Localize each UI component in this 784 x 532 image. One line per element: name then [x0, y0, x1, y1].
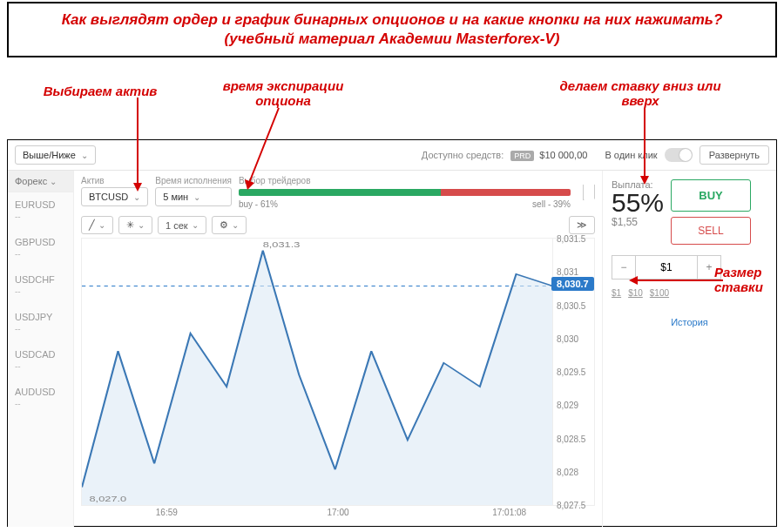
symbol-eurusd[interactable]: EURUSD — [8, 192, 73, 212]
asset-select[interactable]: BTCUSD⌄ — [81, 187, 148, 206]
buy-pct: buy - 61% — [239, 199, 278, 209]
mode-label: Выше/Ниже — [23, 150, 76, 160]
chart-area: Актив BTCUSD⌄ Время исполнения 5 мин⌄ Вы… — [74, 171, 602, 527]
chart-toolbar: ╱ ⌄ ✳ ⌄ 1 сек ⌄ ⚙ ⌄ ≫ — [81, 216, 595, 234]
trading-panel: Выше/Ниже ⌄ Доступно средств: PRD $10 00… — [7, 139, 777, 527]
anno-expiry: время экспирации опциона — [200, 78, 366, 108]
bet-decrease-button[interactable]: − — [612, 255, 636, 279]
tutorial-header: Как выглядят ордер и график бинарных опц… — [7, 2, 777, 57]
one-click-label: В один клик — [605, 150, 657, 160]
current-price-tag: 8,030.7 — [551, 277, 594, 291]
history-link[interactable]: История — [612, 317, 767, 327]
anno-asset: Выбираем актив — [26, 84, 174, 98]
balance-badge: PRD — [510, 151, 534, 161]
symbol-gbpusd[interactable]: GBPUSD — [8, 230, 73, 249]
bet-input[interactable] — [636, 255, 697, 279]
svg-text:8,031.3: 8,031.3 — [263, 239, 301, 248]
preset-$10[interactable]: $10 — [628, 288, 643, 298]
one-click-toggle[interactable] — [665, 148, 693, 162]
chevron-down-icon: ⌄ — [81, 151, 88, 160]
symbol-usdjpy[interactable]: USDJPY — [8, 305, 73, 324]
top-toolbar: Выше/Ниже ⌄ Доступно средств: PRD $10 00… — [8, 140, 776, 171]
bet-amount-control: − + — [612, 255, 767, 279]
sentiment-bar — [239, 189, 571, 196]
preset-$100[interactable]: $100 — [650, 288, 669, 298]
bet-increase-button[interactable]: + — [697, 255, 721, 279]
symbol-usdchf[interactable]: USDCHF — [8, 267, 73, 286]
tutorial-title: Как выглядят ордер и график бинарных опц… — [26, 10, 758, 49]
order-panel: Выплата: 55% $1,55 BUY SELL − + $1$10$10… — [602, 171, 776, 527]
sell-button[interactable]: SELL — [671, 217, 751, 245]
payout-amount: $1,55 — [612, 216, 664, 228]
price-chart[interactable]: 8,031.38,027.0 8,031.58,0318,030.58,0308… — [81, 238, 595, 506]
bet-presets: $1$10$100 — [612, 288, 767, 298]
balance-label: Доступно средств: — [422, 150, 504, 160]
interval-select[interactable]: 1 сек ⌄ — [158, 216, 206, 234]
scroll-right-button[interactable]: ≫ — [569, 216, 595, 234]
x-axis: 16:5917:0017:01:08 — [81, 508, 595, 523]
traders-label: Выбор трейдеров — [239, 176, 571, 185]
mode-select[interactable]: Выше/Ниже ⌄ — [15, 145, 96, 165]
payout-percent: 55% — [612, 190, 664, 216]
anno-direction: делаем ставку вниз или вверх — [540, 78, 740, 108]
chart-type-button[interactable]: ╱ ⌄ — [81, 216, 113, 234]
preset-$1[interactable]: $1 — [612, 288, 621, 298]
buy-button[interactable]: BUY — [671, 179, 751, 212]
bookmark-icon[interactable] — [583, 185, 595, 200]
sidebar-tab-forex[interactable]: Форекс ⌄ — [8, 171, 73, 192]
expiry-select[interactable]: 5 мин⌄ — [155, 187, 232, 206]
settings-button[interactable]: ⚙ ⌄ — [212, 216, 247, 234]
svg-text:8,027.0: 8,027.0 — [90, 495, 127, 503]
expiry-field-label: Время исполнения — [155, 176, 232, 185]
expand-button[interactable]: Развернуть — [700, 145, 769, 165]
symbol-audusd[interactable]: AUDUSD — [8, 380, 73, 399]
asset-field-label: Актив — [81, 176, 148, 185]
sell-pct: sell - 39% — [532, 199, 571, 209]
balance-value: PRD $10 000,00 — [510, 150, 587, 161]
indicators-button[interactable]: ✳ ⌄ — [118, 216, 152, 234]
symbol-usdcad[interactable]: USDCAD — [8, 342, 73, 361]
symbol-sidebar: Форекс ⌄ EURUSD--GBPUSD--USDCHF--USDJPY-… — [8, 171, 74, 527]
